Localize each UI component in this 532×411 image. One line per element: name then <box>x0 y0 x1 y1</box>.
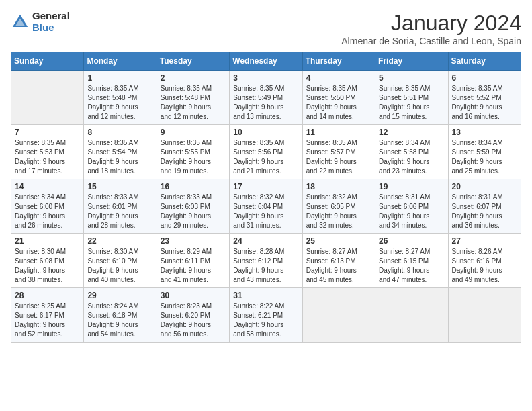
calendar-cell <box>448 288 521 342</box>
calendar-cell: 21Sunrise: 8:30 AM Sunset: 6:08 PM Dayli… <box>11 234 84 288</box>
week-row-1: 1Sunrise: 8:35 AM Sunset: 5:48 PM Daylig… <box>11 71 521 125</box>
day-number: 14 <box>15 182 80 191</box>
day-number: 21 <box>15 236 80 246</box>
week-row-2: 7Sunrise: 8:35 AM Sunset: 5:53 PM Daylig… <box>11 125 521 179</box>
calendar-cell: 3Sunrise: 8:35 AM Sunset: 5:49 PM Daylig… <box>230 71 302 125</box>
calendar-cell: 8Sunrise: 8:35 AM Sunset: 5:54 PM Daylig… <box>84 125 157 179</box>
calendar-cell: 26Sunrise: 8:27 AM Sunset: 6:15 PM Dayli… <box>375 234 448 288</box>
calendar-cell: 7Sunrise: 8:35 AM Sunset: 5:53 PM Daylig… <box>11 125 84 179</box>
day-number: 18 <box>306 182 371 191</box>
weekday-header-row: SundayMondayTuesdayWednesdayThursdayFrid… <box>11 52 521 71</box>
day-info: Sunrise: 8:35 AM Sunset: 5:48 PM Dayligh… <box>161 84 226 122</box>
calendar-cell: 15Sunrise: 8:33 AM Sunset: 6:01 PM Dayli… <box>84 179 157 234</box>
day-number: 24 <box>233 236 298 246</box>
day-number: 16 <box>161 182 226 191</box>
day-number: 15 <box>87 182 152 191</box>
day-number: 20 <box>452 182 517 191</box>
day-number: 13 <box>452 128 517 137</box>
day-info: Sunrise: 8:29 AM Sunset: 6:11 PM Dayligh… <box>161 247 226 285</box>
week-row-5: 28Sunrise: 8:25 AM Sunset: 6:17 PM Dayli… <box>11 288 521 342</box>
logo-icon <box>11 13 30 32</box>
logo-blue: Blue <box>32 22 70 34</box>
day-number: 22 <box>87 236 152 246</box>
weekday-header-sunday: Sunday <box>11 52 84 71</box>
day-info: Sunrise: 8:35 AM Sunset: 5:57 PM Dayligh… <box>306 138 371 176</box>
day-info: Sunrise: 8:31 AM Sunset: 6:07 PM Dayligh… <box>452 193 517 230</box>
day-info: Sunrise: 8:35 AM Sunset: 5:51 PM Dayligh… <box>379 84 444 122</box>
day-number: 28 <box>15 291 80 300</box>
day-info: Sunrise: 8:27 AM Sunset: 6:13 PM Dayligh… <box>306 247 371 285</box>
week-row-3: 14Sunrise: 8:34 AM Sunset: 6:00 PM Dayli… <box>11 179 521 234</box>
weekday-header-monday: Monday <box>84 52 157 71</box>
weekday-header-tuesday: Tuesday <box>157 52 229 71</box>
calendar-cell: 2Sunrise: 8:35 AM Sunset: 5:48 PM Daylig… <box>157 71 229 125</box>
week-row-4: 21Sunrise: 8:30 AM Sunset: 6:08 PM Dayli… <box>11 234 521 288</box>
day-info: Sunrise: 8:26 AM Sunset: 6:16 PM Dayligh… <box>452 247 517 285</box>
calendar-cell: 31Sunrise: 8:22 AM Sunset: 6:21 PM Dayli… <box>230 288 302 342</box>
day-info: Sunrise: 8:35 AM Sunset: 5:49 PM Dayligh… <box>233 84 298 122</box>
day-number: 6 <box>452 73 517 83</box>
day-number: 30 <box>161 291 226 300</box>
calendar-cell: 17Sunrise: 8:32 AM Sunset: 6:04 PM Dayli… <box>230 179 302 234</box>
day-number: 26 <box>379 236 444 246</box>
day-info: Sunrise: 8:34 AM Sunset: 5:58 PM Dayligh… <box>379 138 444 176</box>
location-subtitle: Almenar de Soria, Castille and Leon, Spa… <box>341 36 521 46</box>
day-number: 31 <box>233 291 298 300</box>
calendar-cell: 1Sunrise: 8:35 AM Sunset: 5:48 PM Daylig… <box>84 71 157 125</box>
day-info: Sunrise: 8:22 AM Sunset: 6:21 PM Dayligh… <box>233 302 298 339</box>
calendar-cell: 28Sunrise: 8:25 AM Sunset: 6:17 PM Dayli… <box>11 288 84 342</box>
calendar-cell: 4Sunrise: 8:35 AM Sunset: 5:50 PM Daylig… <box>302 71 375 125</box>
calendar-cell: 30Sunrise: 8:23 AM Sunset: 6:20 PM Dayli… <box>157 288 229 342</box>
day-info: Sunrise: 8:33 AM Sunset: 6:03 PM Dayligh… <box>161 193 226 230</box>
day-info: Sunrise: 8:24 AM Sunset: 6:18 PM Dayligh… <box>87 302 152 339</box>
day-info: Sunrise: 8:35 AM Sunset: 5:56 PM Dayligh… <box>233 138 298 176</box>
day-number: 29 <box>87 291 152 300</box>
day-number: 2 <box>161 73 226 83</box>
day-info: Sunrise: 8:23 AM Sunset: 6:20 PM Dayligh… <box>161 302 226 339</box>
calendar-cell <box>302 288 375 342</box>
month-title: January 2024 <box>341 11 521 36</box>
weekday-header-wednesday: Wednesday <box>230 52 302 71</box>
calendar-cell <box>375 288 448 342</box>
calendar-cell: 24Sunrise: 8:28 AM Sunset: 6:12 PM Dayli… <box>230 234 302 288</box>
calendar-cell: 27Sunrise: 8:26 AM Sunset: 6:16 PM Dayli… <box>448 234 521 288</box>
day-number: 1 <box>87 73 152 83</box>
day-number: 4 <box>306 73 371 83</box>
calendar-cell: 6Sunrise: 8:35 AM Sunset: 5:52 PM Daylig… <box>448 71 521 125</box>
day-info: Sunrise: 8:30 AM Sunset: 6:08 PM Dayligh… <box>15 247 80 285</box>
logo-general: General <box>32 11 70 22</box>
day-number: 8 <box>87 128 152 137</box>
day-info: Sunrise: 8:35 AM Sunset: 5:53 PM Dayligh… <box>15 138 80 176</box>
day-info: Sunrise: 8:35 AM Sunset: 5:52 PM Dayligh… <box>452 84 517 122</box>
day-info: Sunrise: 8:35 AM Sunset: 5:55 PM Dayligh… <box>161 138 226 176</box>
day-info: Sunrise: 8:27 AM Sunset: 6:15 PM Dayligh… <box>379 247 444 285</box>
page-header: General Blue January 2024 Almenar de Sor… <box>11 11 521 46</box>
day-number: 11 <box>306 128 371 137</box>
day-number: 27 <box>452 236 517 246</box>
calendar-cell: 5Sunrise: 8:35 AM Sunset: 5:51 PM Daylig… <box>375 71 448 125</box>
day-number: 10 <box>233 128 298 137</box>
calendar-cell: 29Sunrise: 8:24 AM Sunset: 6:18 PM Dayli… <box>84 288 157 342</box>
day-number: 7 <box>15 128 80 137</box>
day-number: 5 <box>379 73 444 83</box>
day-number: 12 <box>379 128 444 137</box>
weekday-header-friday: Friday <box>375 52 448 71</box>
day-number: 19 <box>379 182 444 191</box>
day-info: Sunrise: 8:28 AM Sunset: 6:12 PM Dayligh… <box>233 247 298 285</box>
day-info: Sunrise: 8:35 AM Sunset: 5:48 PM Dayligh… <box>87 84 152 122</box>
day-info: Sunrise: 8:32 AM Sunset: 6:05 PM Dayligh… <box>306 193 371 230</box>
calendar-cell: 23Sunrise: 8:29 AM Sunset: 6:11 PM Dayli… <box>157 234 229 288</box>
day-info: Sunrise: 8:35 AM Sunset: 5:54 PM Dayligh… <box>87 138 152 176</box>
day-number: 9 <box>161 128 226 137</box>
weekday-header-thursday: Thursday <box>302 52 375 71</box>
title-block: January 2024 Almenar de Soria, Castille … <box>341 11 521 46</box>
calendar-cell: 16Sunrise: 8:33 AM Sunset: 6:03 PM Dayli… <box>157 179 229 234</box>
calendar-cell: 22Sunrise: 8:30 AM Sunset: 6:10 PM Dayli… <box>84 234 157 288</box>
calendar-cell: 19Sunrise: 8:31 AM Sunset: 6:06 PM Dayli… <box>375 179 448 234</box>
calendar-cell <box>11 71 84 125</box>
day-info: Sunrise: 8:34 AM Sunset: 6:00 PM Dayligh… <box>15 193 80 230</box>
calendar-cell: 18Sunrise: 8:32 AM Sunset: 6:05 PM Dayli… <box>302 179 375 234</box>
day-info: Sunrise: 8:34 AM Sunset: 5:59 PM Dayligh… <box>452 138 517 176</box>
day-info: Sunrise: 8:30 AM Sunset: 6:10 PM Dayligh… <box>87 247 152 285</box>
weekday-header-saturday: Saturday <box>448 52 521 71</box>
